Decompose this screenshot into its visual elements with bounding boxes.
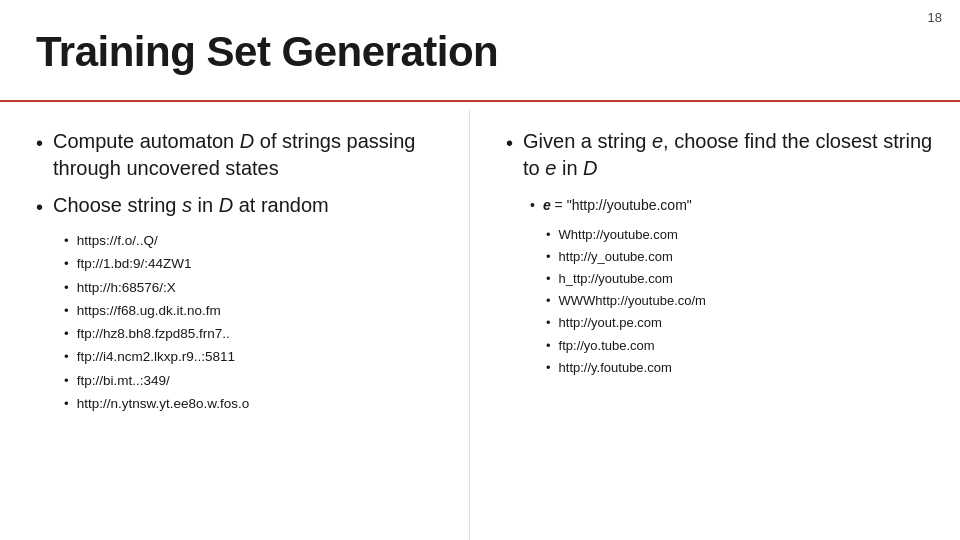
right-bullet-dot-1: • [506,130,513,157]
example-text: e = "http://youtube.com" [543,196,692,215]
right-sub-item: http://y_outube.com [546,247,940,267]
content-area: • Compute automaton D of strings passing… [0,110,960,540]
left-bullet-1: • Compute automaton D of strings passing… [36,128,449,182]
example-label-row: e = "http://youtube.com" [530,196,940,215]
right-sub-item: http://y.foutube.com [546,358,940,378]
left-column: • Compute automaton D of strings passing… [0,110,470,540]
right-sub-bullet: e = "http://youtube.com" [506,196,940,215]
bullet-1-text: Compute automaton D of strings passing t… [53,128,449,182]
bullet-2-text: Choose string s in D at random [53,192,449,219]
bullet-dot-2: • [36,194,43,221]
bullet-dot-1: • [36,130,43,157]
italic-d-right: D [583,157,597,179]
slide-number: 18 [928,10,942,25]
right-sub-item: WWWhttp://youtube.co/m [546,291,940,311]
italic-e-2: e [545,157,556,179]
right-sub-list: Whttp://youtube.comhttp://y_outube.comh_… [506,225,940,378]
right-sub-item: http://yout.pe.com [546,313,940,333]
slide-title: Training Set Generation [36,28,498,76]
sub-item: http://h:68576/:X [64,278,449,298]
right-sub-item: h_ttp://youtube.com [546,269,940,289]
sub-item: ftp://1.bd:9/:44ZW1 [64,254,449,274]
right-sub-item: Whttp://youtube.com [546,225,940,245]
sub-item: ftp://hz8.bh8.fzpd85.frn7.. [64,324,449,344]
left-bullet-2: • Choose string s in D at random [36,192,449,221]
sub-item: ftp://i4.ncm2.lkxp.r9..:5811 [64,347,449,367]
divider [0,100,960,102]
italic-d-1: D [240,130,254,152]
sub-item: https://f.o/..Q/ [64,231,449,251]
sub-items-list: https://f.o/..Q/ftp://1.bd:9/:44ZW1http:… [36,231,449,414]
right-sub-item: ftp://yo.tube.com [546,336,940,356]
right-column: • Given a string e, choose find the clos… [470,110,960,540]
sub-item: https://f68.ug.dk.it.no.fm [64,301,449,321]
italic-d-2: D [219,194,233,216]
sub-item: ftp://bi.mt..:349/ [64,371,449,391]
italic-s: s [182,194,192,216]
example-value: = "http://youtube.com" [551,197,692,213]
right-bullet-1-text: Given a string e, choose find the closes… [523,128,940,182]
italic-e-main: e [652,130,663,152]
sub-item: http://n.ytnsw.yt.ee8o.w.fos.o [64,394,449,414]
e-bold-label: e [543,197,551,213]
right-bullet-1: • Given a string e, choose find the clos… [506,128,940,182]
